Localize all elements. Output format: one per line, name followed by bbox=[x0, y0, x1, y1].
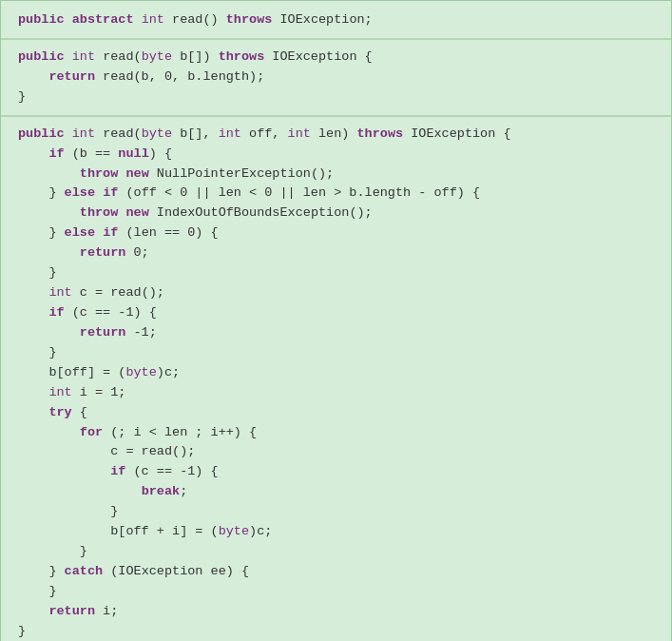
code-line: if (b == null) { bbox=[18, 145, 654, 165]
code-line: int c = read(); bbox=[18, 283, 654, 303]
section-divider bbox=[1, 115, 671, 117]
code-line: } bbox=[18, 582, 654, 602]
code-line: } bbox=[18, 542, 654, 562]
code-line: break; bbox=[18, 482, 654, 502]
code-line: try { bbox=[18, 403, 654, 423]
code-line: return 0; bbox=[18, 243, 654, 263]
code-line: int i = 1; bbox=[18, 383, 654, 403]
section-2: public int read(byte b[]) throws IOExcep… bbox=[1, 44, 671, 111]
code-line: } bbox=[18, 87, 654, 107]
section-divider bbox=[1, 38, 671, 40]
section-3: public int read(byte b[], int off, int l… bbox=[1, 121, 671, 641]
code-line: return -1; bbox=[18, 323, 654, 343]
code-line: public int read(byte b[]) throws IOExcep… bbox=[18, 48, 654, 68]
code-line: return i; bbox=[18, 602, 654, 622]
code-line: for (; i < len ; i++) { bbox=[18, 423, 654, 443]
code-container: public abstract int read() throws IOExce… bbox=[0, 0, 672, 641]
section-1: public abstract int read() throws IOExce… bbox=[1, 7, 671, 34]
code-line: } bbox=[18, 502, 654, 522]
code-line: b[off + i] = (byte)c; bbox=[18, 522, 654, 542]
code-line: } catch (IOException ee) { bbox=[18, 562, 654, 582]
code-line: b[off] = (byte)c; bbox=[18, 363, 654, 383]
code-line: return read(b, 0, b.length); bbox=[18, 68, 654, 87]
code-line: public abstract int read() throws IOExce… bbox=[18, 10, 654, 30]
code-line: } bbox=[18, 622, 654, 641]
code-line: } else if (len == 0) { bbox=[18, 223, 654, 243]
code-line: throw new IndexOutOfBoundsException(); bbox=[18, 204, 654, 223]
code-line: throw new NullPointerException(); bbox=[18, 165, 654, 185]
code-line: } bbox=[18, 263, 654, 283]
code-line: c = read(); bbox=[18, 442, 654, 462]
code-line: if (c == -1) { bbox=[18, 462, 654, 482]
code-line: public int read(byte b[], int off, int l… bbox=[18, 125, 654, 145]
code-line: } else if (off < 0 || len < 0 || len > b… bbox=[18, 184, 654, 204]
code-line: } bbox=[18, 343, 654, 363]
code-line: if (c == -1) { bbox=[18, 303, 654, 323]
